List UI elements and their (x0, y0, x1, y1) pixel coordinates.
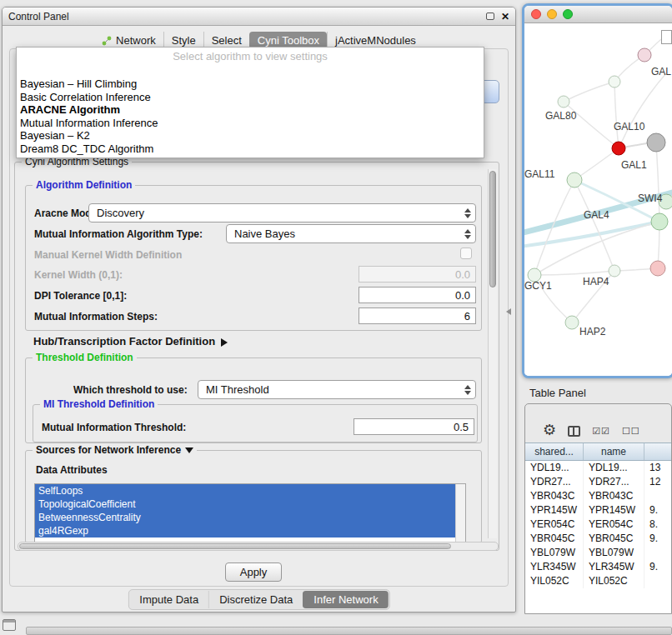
table-cell (644, 546, 671, 560)
unchecked-boxes-icon[interactable]: ☐☐ (622, 426, 640, 437)
minimized-panel-icon[interactable] (3, 619, 16, 631)
table-cell: YPR145W (525, 503, 584, 518)
table-row[interactable]: YDL19...YDL19...13 (525, 461, 671, 475)
network-node[interactable] (609, 265, 620, 277)
algorithm-option[interactable]: Dream8 DC_TDC Algorithm (17, 142, 484, 156)
control-panel-titlebar[interactable]: Control Panel ✕ (3, 8, 515, 26)
algorithm-option[interactable]: Mutual Information Inference (17, 117, 484, 130)
control-panel-window: Control Panel ✕ Network Style Select Cyn… (2, 7, 516, 612)
attribute-item[interactable]: BetweennessCentrality (35, 511, 455, 524)
sources-title[interactable]: Sources for Network Inference (33, 444, 197, 456)
attribute-item[interactable]: SelfLoops (35, 484, 455, 498)
mi-threshold-field[interactable] (354, 418, 474, 435)
network-node[interactable] (558, 96, 569, 108)
columns-icon[interactable] (568, 426, 580, 437)
table-cell: 9. (644, 503, 671, 518)
list-scrollbar[interactable] (455, 484, 465, 542)
algorithm-option[interactable]: Bayesian – K2 (17, 129, 484, 142)
minimize-button[interactable] (547, 9, 557, 19)
settings-vertical-scrollbar[interactable] (488, 169, 497, 538)
table-panel-window: ⚙ ☑☑ ☐☐ shared...name YDL19...YDL19...13… (524, 403, 672, 614)
aracne-mode-select[interactable]: Discovery (88, 203, 476, 222)
network-view-window: GALGAL80GAL10GAL11GAL1SWI4GAL4GCY1HAP4HA… (522, 3, 672, 378)
manual-kernel-label: Manual Kernel Width Definition (34, 249, 182, 261)
network-tab-icon (102, 36, 112, 46)
table-cell: 12 (644, 475, 671, 489)
which-threshold-select[interactable]: MI Threshold (198, 380, 476, 399)
table-cell: YLR345W (584, 560, 644, 574)
gear-icon[interactable]: ⚙ (543, 423, 556, 437)
scrollbar-thumb[interactable] (19, 543, 451, 549)
zoom-button[interactable] (563, 9, 573, 19)
network-edge (574, 148, 619, 180)
network-node[interactable] (647, 133, 665, 152)
table-row[interactable]: YBL079WYBL079W (525, 546, 671, 560)
table-toolbar: ⚙ ☑☑ ☐☐ (525, 404, 671, 442)
column-header[interactable]: shared... (525, 443, 584, 460)
tab-impute-data[interactable]: Impute Data (129, 591, 208, 608)
network-canvas[interactable]: GALGAL80GAL10GAL11GAL1SWI4GAL4GCY1HAP4HA… (524, 23, 672, 376)
close-button[interactable] (531, 9, 541, 19)
checked-boxes-icon[interactable]: ☑☑ (592, 426, 610, 437)
network-node-label: GAL4 (584, 209, 609, 221)
network-node[interactable] (565, 316, 579, 329)
table-row[interactable]: YDR27...YDR27...12 (525, 475, 671, 489)
settings-horizontal-scrollbar[interactable] (18, 542, 499, 551)
table-cell: 13 (644, 461, 671, 475)
data-attributes-list: SelfLoopsTopologicalCoefficientBetweenne… (35, 484, 455, 542)
table-cell: 9. (644, 560, 671, 574)
network-node[interactable] (651, 213, 668, 230)
close-icon[interactable]: ✕ (501, 11, 509, 22)
splitter-collapse-arrow-icon[interactable] (506, 308, 511, 315)
network-overview-box[interactable] (661, 30, 672, 44)
table-row[interactable]: YBR043CYBR043C (525, 489, 671, 503)
network-edge (574, 180, 614, 271)
column-header[interactable] (644, 443, 671, 460)
network-node[interactable] (650, 261, 665, 276)
network-node-label: GAL (651, 66, 671, 78)
table-row[interactable]: YPR145WYPR145W9. (525, 503, 671, 518)
manual-kernel-checkbox[interactable] (460, 248, 472, 259)
algorithm-option[interactable]: ARACNE Algorithm (17, 103, 484, 117)
network-node-label: SWI4 (638, 192, 663, 204)
network-edge (564, 82, 614, 102)
collapse-down-arrow-icon (185, 448, 193, 453)
tab-infer-network[interactable]: Infer Network (303, 591, 388, 608)
kernel-width-field[interactable] (359, 266, 476, 282)
algorithm-definition-title: Algorithm Definition (33, 179, 135, 191)
chevron-updown-icon (464, 228, 472, 240)
network-node-label: HAP2 (579, 326, 606, 338)
table-row[interactable]: YER054CYER054C8. (525, 518, 671, 532)
algorithm-option[interactable]: Basic Correlation Inference (17, 91, 484, 104)
tab-discretize-data[interactable]: Discretize Data (208, 591, 303, 608)
table-row[interactable]: YIL052CYIL052C (525, 574, 671, 588)
float-window-icon[interactable] (486, 12, 494, 20)
mi-steps-field[interactable] (359, 308, 476, 324)
kernel-width-label: Kernel Width (0,1): (34, 269, 123, 281)
scrollbar-thumb[interactable] (489, 171, 496, 288)
algorithm-dropdown-popup: Select algorithm to view settings Bayesi… (16, 47, 484, 158)
network-node[interactable] (609, 76, 620, 88)
network-node[interactable] (567, 172, 582, 188)
apply-button[interactable]: Apply (225, 562, 282, 582)
table-cell: YDR27... (525, 475, 584, 489)
which-threshold-label: Which threshold to use: (73, 384, 188, 396)
table-row[interactable]: YBR045CYBR045C9. (525, 532, 671, 546)
network-node[interactable] (638, 48, 651, 62)
network-node[interactable] (612, 142, 625, 155)
dpi-tolerance-field[interactable] (359, 287, 476, 303)
table-row[interactable]: YLR345WYLR345W9. (525, 560, 671, 574)
algorithm-option[interactable]: Bayesian – Hill Climbing (17, 78, 484, 91)
chevron-updown-icon (464, 208, 472, 219)
network-node-label: GAL1 (621, 159, 647, 171)
table-cell: YBL079W (584, 546, 644, 560)
hub-definition-toggle[interactable]: Hub/Transcription Factor Definition (33, 335, 228, 348)
bottom-scrollbar[interactable] (26, 627, 672, 635)
attribute-item[interactable]: TopologicalCoefficient (35, 498, 455, 511)
table-cell: YIL052C (525, 574, 584, 588)
network-window-titlebar[interactable] (524, 6, 672, 23)
column-header[interactable]: name (584, 443, 644, 460)
mi-type-select[interactable]: Naive Bayes (226, 224, 476, 243)
table-cell: YIL052C (584, 574, 644, 588)
attribute-item[interactable]: gal4RGexp (35, 524, 455, 538)
